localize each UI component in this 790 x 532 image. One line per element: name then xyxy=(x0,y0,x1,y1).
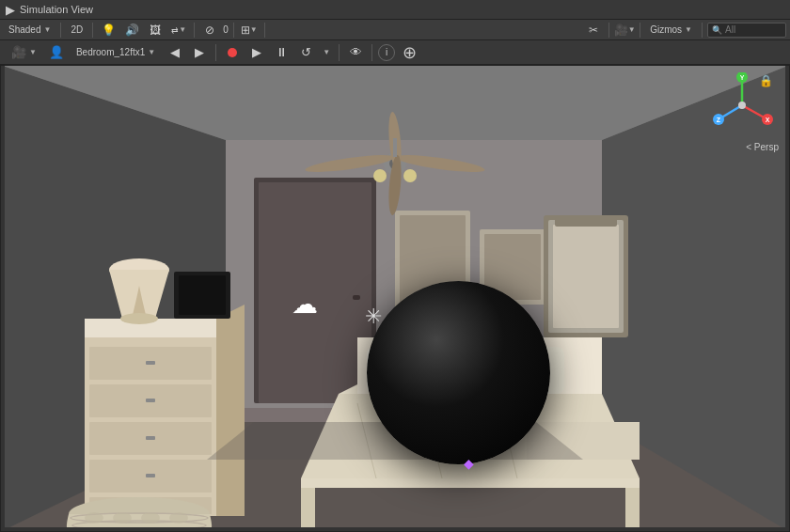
svg-marker-54 xyxy=(301,478,640,488)
next-scene-btn[interactable]: ▶ xyxy=(189,43,210,62)
scene-effects-dropdown[interactable]: ⇄▼ xyxy=(168,22,189,39)
transform-icon[interactable]: ✂ xyxy=(583,22,604,39)
svg-marker-30 xyxy=(216,305,245,516)
toolbar-sep-3 xyxy=(194,23,195,38)
svg-rect-17 xyxy=(553,225,619,328)
search-input[interactable] xyxy=(725,24,782,35)
svg-rect-55 xyxy=(301,488,315,530)
2d-toggle[interactable]: 2D xyxy=(66,22,87,39)
scene-arrow-icon: ▼ xyxy=(148,48,155,56)
step-btn[interactable]: ↺ xyxy=(295,43,316,62)
shading-arrow-icon: ▼ xyxy=(43,25,51,34)
avatar-icon-btn[interactable]: 👤 xyxy=(46,43,67,62)
svg-rect-18 xyxy=(555,217,617,227)
playbar-sep-3 xyxy=(371,44,372,61)
cloud-scene-icon: ☁ xyxy=(292,289,318,320)
gizmos-dropdown[interactable]: Gizmos ▼ xyxy=(645,22,697,39)
record-btn[interactable] xyxy=(222,43,243,62)
scene-dropdown[interactable]: Bedroom_12ftx1 ▼ xyxy=(71,43,161,62)
toolbar-sep-6 xyxy=(608,23,609,38)
perspective-label: < Persp xyxy=(746,142,779,152)
svg-point-44 xyxy=(403,169,417,182)
top-toolbar: Shaded ▼ 2D 💡 🔊 🖼 ⇄▼ ⊘ 0 ⊞▼ ✂ 🎥▼ Gizmos … xyxy=(0,20,790,40)
hidden-objects-icon[interactable]: ⊘ xyxy=(199,22,220,39)
black-sphere-object[interactable] xyxy=(367,281,550,464)
svg-point-61 xyxy=(85,512,103,524)
svg-text:Z: Z xyxy=(717,117,721,123)
playbar-sep-2 xyxy=(339,44,340,61)
search-icon: 🔍 xyxy=(712,25,722,35)
svg-rect-26 xyxy=(146,361,155,365)
svg-point-78 xyxy=(738,102,746,109)
scene-svg xyxy=(0,65,790,532)
prev-scene-btn[interactable]: ◀ xyxy=(165,43,185,62)
selection-diamond-icon: ◆ xyxy=(464,456,474,471)
camera-view-dropdown[interactable]: 🎥 ▼ xyxy=(6,43,42,62)
effects-icon[interactable]: 🖼 xyxy=(145,22,166,39)
add-gizmo-btn[interactable]: ⊕ xyxy=(399,43,419,62)
camera-view-icon: 🎥 xyxy=(11,45,26,59)
toolbar-sep-7 xyxy=(640,23,640,38)
search-box[interactable]: 🔍 xyxy=(707,23,786,38)
svg-rect-66 xyxy=(0,65,5,532)
window-title: Simulation View xyxy=(20,4,93,15)
lighting-icon[interactable]: 💡 xyxy=(98,22,118,39)
orientation-gizmo[interactable]: Y X Z xyxy=(709,72,775,138)
playback-dropdown-arrow[interactable]: ▼ xyxy=(320,43,333,62)
visibility-btn[interactable]: 👁 xyxy=(345,43,366,62)
svg-rect-27 xyxy=(146,399,155,402)
gizmo-svg: Y X Z xyxy=(709,72,775,138)
gizmos-label: Gizmos xyxy=(650,24,682,35)
play-btn[interactable]: ▶ xyxy=(246,43,267,62)
shading-label: Shaded xyxy=(8,24,40,35)
toolbar-sep-8 xyxy=(702,23,703,38)
pause-btn[interactable]: ⏸ xyxy=(271,43,292,62)
playbar-sep-1 xyxy=(215,44,216,61)
grid-dropdown[interactable]: ⊞▼ xyxy=(239,22,260,39)
svg-point-36 xyxy=(120,313,158,324)
svg-point-43 xyxy=(373,169,387,182)
svg-rect-56 xyxy=(625,488,640,530)
svg-rect-68 xyxy=(0,527,790,532)
svg-point-63 xyxy=(141,512,160,524)
svg-rect-28 xyxy=(146,436,155,440)
svg-point-64 xyxy=(169,512,188,524)
audio-icon[interactable]: 🔊 xyxy=(121,22,142,39)
camera-dropdown[interactable]: 🎥▼ xyxy=(614,22,635,39)
svg-text:Y: Y xyxy=(740,74,745,81)
toolbar-sep-5 xyxy=(264,23,265,38)
svg-point-0 xyxy=(228,48,237,57)
camera-view-arrow: ▼ xyxy=(29,48,37,56)
svg-rect-45 xyxy=(393,138,397,157)
svg-rect-29 xyxy=(146,474,155,477)
title-bar: ▶ Simulation View xyxy=(0,0,790,20)
viewport: ☁ ✳ ◆ 🔒 Y X Z < Persp xyxy=(0,65,790,532)
svg-point-62 xyxy=(113,512,132,524)
toolbar-sep-2 xyxy=(92,23,93,38)
gizmos-arrow-icon: ▼ xyxy=(685,25,692,34)
scene-name-label: Bedroom_12ftx1 xyxy=(76,47,145,57)
unity-logo-icon: ▶ xyxy=(6,3,15,17)
svg-text:X: X xyxy=(766,117,770,123)
info-btn[interactable]: i xyxy=(378,44,395,61)
shading-dropdown[interactable]: Shaded ▼ xyxy=(4,22,55,39)
toolbar-sep-4 xyxy=(233,23,234,38)
svg-rect-32 xyxy=(179,275,226,315)
svg-rect-67 xyxy=(785,65,790,532)
toolbar-sep-1 xyxy=(60,23,61,38)
svg-rect-10 xyxy=(353,295,360,300)
avatar-icon: 👤 xyxy=(49,45,64,59)
playbar: 🎥 ▼ 👤 Bedroom_12ftx1 ▼ ◀ ▶ ▶ ⏸ ↺ ▼ 👁 i ⊕ xyxy=(0,40,790,65)
